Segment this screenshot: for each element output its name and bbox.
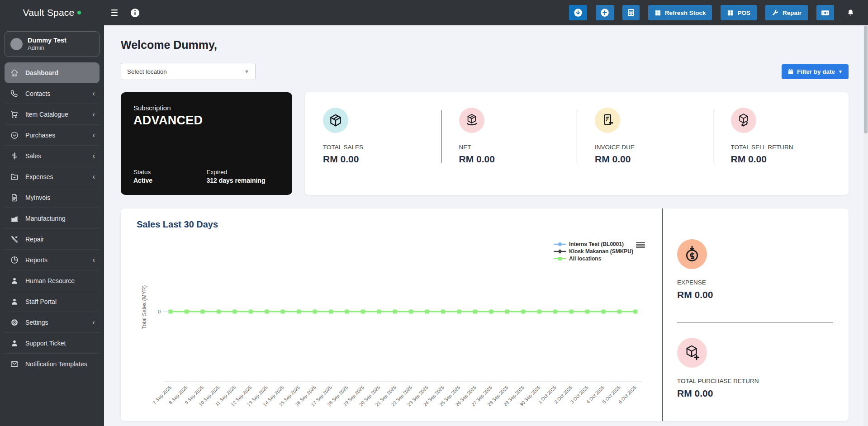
scrollbar[interactable] xyxy=(863,25,868,426)
cash-icon xyxy=(821,8,830,18)
file-invoice-icon xyxy=(10,193,19,202)
chart-plot-area: Total Sales (MYR)07 Sep 20258 Sep 20259 … xyxy=(121,208,662,421)
side-stat-value: RM 0.00 xyxy=(677,289,835,300)
stat-value: RM 0.00 xyxy=(459,154,568,165)
sidebar-item-label: Notification Templates xyxy=(25,360,87,368)
calendar-icon xyxy=(787,68,794,75)
subscription-label: Subscription xyxy=(133,104,280,112)
stat-net: NETRM 0.00 xyxy=(441,92,577,195)
top-navbar: Vault Space Refresh StockPOSRepair xyxy=(0,0,868,25)
sidebar-item-label: Settings xyxy=(25,319,48,326)
sidebar-item-notification-templates[interactable]: Notification Templates xyxy=(5,354,100,374)
sidebar-item-label: Reports xyxy=(25,256,47,264)
user-icon xyxy=(10,297,19,306)
sidebar-item-settings[interactable]: Settings‹ xyxy=(5,312,100,333)
chevron-left-icon: ‹ xyxy=(92,131,95,139)
package-icon xyxy=(323,108,348,133)
sidebar-item-dashboard[interactable]: Dashboard xyxy=(5,62,100,83)
stat-label: NET xyxy=(459,144,568,151)
sidebar-item-label: Human Resource xyxy=(25,277,75,284)
download-button[interactable] xyxy=(569,5,587,20)
svg-text:Total Sales (MYR): Total Sales (MYR) xyxy=(141,285,147,329)
online-status-dot xyxy=(77,11,81,14)
subscription-status-label: Status xyxy=(133,169,207,175)
sidebar-item-label: Expenses xyxy=(25,173,53,180)
pos-button[interactable]: POS xyxy=(721,5,757,20)
sales-chart: Sales Last 30 Days Interns Test (BL0001)… xyxy=(121,208,662,421)
main-content: Welcome Dummy, Select location ▼ Filter … xyxy=(104,25,868,426)
subscription-plan: ADVANCED xyxy=(133,114,280,128)
sidebar-item-repair[interactable]: Repair xyxy=(5,229,100,250)
user-name: Dummy Test xyxy=(28,36,66,44)
refresh-stock-button-label: Refresh Stock xyxy=(665,9,706,16)
sidebar-item-expenses[interactable]: Expenses‹ xyxy=(5,166,100,187)
side-stat-expense: EXPENSERM 0.00 xyxy=(677,239,835,300)
cash-button[interactable] xyxy=(816,5,834,20)
chevron-left-icon: ‹ xyxy=(92,110,95,118)
notifications-button[interactable] xyxy=(843,5,858,20)
sidebar: Dummy Test Admin DashboardContacts‹Item … xyxy=(0,25,104,426)
badge-check-icon xyxy=(10,131,19,140)
user-card[interactable]: Dummy Test Admin xyxy=(5,31,100,57)
package-return-icon xyxy=(731,108,756,133)
chart-pie-icon xyxy=(10,256,19,265)
sidebar-item-staff-portal[interactable]: Staff Portal xyxy=(5,291,100,312)
stat-invoice-due: INVOICE DUERM 0.00 xyxy=(577,92,713,195)
sidebar-item-label: Manufacturing xyxy=(25,215,66,222)
calculator-button[interactable] xyxy=(622,5,640,20)
home-icon xyxy=(10,68,19,77)
sidebar-item-label: Repair xyxy=(25,236,44,243)
sidebar-item-support-ticket[interactable]: Support Ticket xyxy=(5,333,100,354)
stats-card: TOTAL SALESRM 0.00NETRM 0.00INVOICE DUER… xyxy=(305,92,849,195)
stat-label: INVOICE DUE xyxy=(595,144,704,151)
factory-icon xyxy=(10,214,19,223)
sidebar-item-human-resource[interactable]: Human Resource xyxy=(5,270,100,291)
stat-total-sell-return: TOTAL SELL RETURNRM 0.00 xyxy=(713,92,849,195)
bell-icon xyxy=(846,9,855,17)
subscription-card: Subscription ADVANCED Status Active Expi… xyxy=(121,92,292,195)
dollar-icon xyxy=(10,151,19,161)
sidebar-item-label: Staff Portal xyxy=(25,298,57,305)
cart-icon xyxy=(10,110,19,119)
chevron-left-icon: ‹ xyxy=(92,318,95,326)
sales-chart-card: Sales Last 30 Days Interns Test (BL0001)… xyxy=(121,208,849,421)
repair-button[interactable]: Repair xyxy=(765,5,808,20)
chevron-left-icon: ‹ xyxy=(92,173,95,180)
stat-label: TOTAL SELL RETURN xyxy=(731,144,840,151)
scrollbar-thumb[interactable] xyxy=(864,26,868,133)
grid-icon xyxy=(727,9,734,16)
chevron-down-icon: ▼ xyxy=(838,69,843,74)
sidebar-item-reports[interactable]: Reports‹ xyxy=(5,250,100,270)
stat-value: RM 0.00 xyxy=(731,154,840,165)
subscription-expiry-label: Expired xyxy=(207,169,280,175)
sidebar-item-contacts[interactable]: Contacts‹ xyxy=(5,83,100,104)
svg-text:0: 0 xyxy=(158,309,161,314)
sidebar-item-label: Purchases xyxy=(25,132,55,139)
refresh-stock-button[interactable]: Refresh Stock xyxy=(648,5,712,20)
tools-icon xyxy=(10,235,19,244)
sidebar-item-myinvois[interactable]: MyInvois xyxy=(5,187,100,208)
sidebar-item-purchases[interactable]: Purchases‹ xyxy=(5,125,100,146)
filter-by-date-label: Filter by date xyxy=(797,68,835,75)
package-net-icon xyxy=(459,108,484,133)
filter-by-date-button[interactable]: Filter by date ▼ xyxy=(782,64,849,79)
expense-icon xyxy=(677,239,707,269)
location-select-value: Select location xyxy=(127,68,167,75)
sidebar-toggle-button[interactable] xyxy=(111,9,120,16)
sidebar-item-item-catalogue[interactable]: Item Catalogue‹ xyxy=(5,104,100,125)
sidebar-item-manufacturing[interactable]: Manufacturing xyxy=(5,208,100,229)
brand-text: Vault Space xyxy=(23,7,75,18)
repair-button-label: Repair xyxy=(783,9,802,16)
stat-total-sales: TOTAL SALESRM 0.00 xyxy=(305,92,441,195)
info-icon[interactable] xyxy=(130,8,140,18)
side-stat-label: TOTAL PURCHASE RETURN xyxy=(677,378,835,384)
folder-icon xyxy=(10,172,19,181)
sidebar-item-label: Support Ticket xyxy=(25,340,66,347)
add-button[interactable] xyxy=(596,5,614,20)
user-icon xyxy=(10,276,19,285)
calculator-icon xyxy=(626,8,636,17)
chevron-left-icon: ‹ xyxy=(92,90,95,97)
location-select[interactable]: Select location ▼ xyxy=(121,63,256,80)
divider xyxy=(677,322,833,322)
sidebar-item-sales[interactable]: Sales‹ xyxy=(5,146,100,166)
